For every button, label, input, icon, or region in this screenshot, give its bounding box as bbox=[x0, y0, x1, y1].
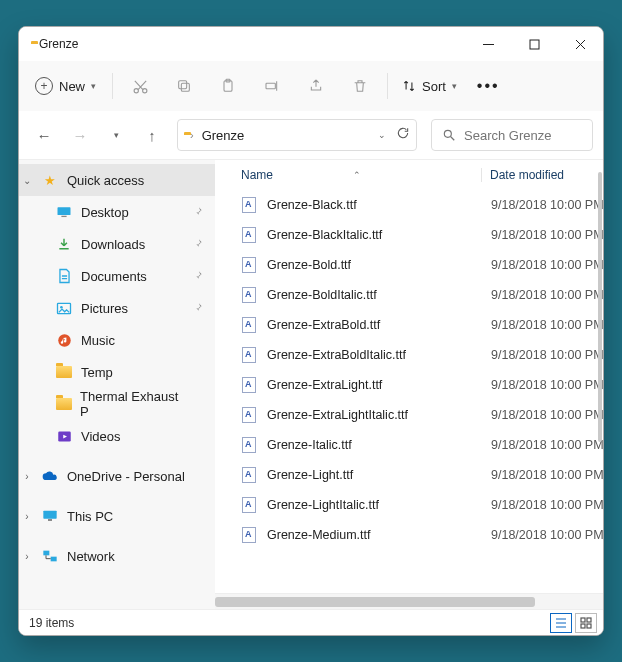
svg-point-12 bbox=[60, 305, 63, 308]
font-file-icon bbox=[241, 527, 257, 543]
file-row[interactable]: Grenze-ExtraBoldItalic.ttf9/18/2018 10:0… bbox=[215, 340, 603, 370]
sidebar-item-label: This PC bbox=[67, 509, 113, 524]
file-row[interactable]: Grenze-ExtraLight.ttf9/18/2018 10:00 PM bbox=[215, 370, 603, 400]
address-bar-actions: ⌄ bbox=[378, 126, 410, 144]
sidebar-item-pinned[interactable]: Temp bbox=[19, 356, 215, 388]
file-row[interactable]: Grenze-ExtraBold.ttf9/18/2018 10:00 PM bbox=[215, 310, 603, 340]
file-row[interactable]: Grenze-Light.ttf9/18/2018 10:00 PM bbox=[215, 460, 603, 490]
font-file-icon bbox=[241, 407, 257, 423]
copy-button[interactable] bbox=[163, 68, 205, 104]
forward-button[interactable]: → bbox=[65, 120, 95, 150]
minimize-button[interactable] bbox=[465, 27, 511, 61]
more-button[interactable]: ••• bbox=[467, 71, 510, 101]
cloud-icon bbox=[41, 467, 59, 485]
search-box[interactable]: Search Grenze bbox=[431, 119, 593, 151]
file-name: Grenze-Medium.ttf bbox=[267, 528, 491, 542]
svg-rect-17 bbox=[43, 551, 49, 556]
close-button[interactable] bbox=[557, 27, 603, 61]
file-date: 9/18/2018 10:00 PM bbox=[491, 498, 603, 512]
sidebar-item-label: Music bbox=[81, 333, 115, 348]
chevron-right-icon[interactable]: › bbox=[21, 551, 33, 562]
file-explorer-window: Grenze + New ▾ Sort ▾ ••• ← → ▾ bbox=[18, 26, 604, 636]
sort-asc-icon: ⌃ bbox=[353, 170, 361, 180]
sidebar-item-pinned[interactable]: Videos bbox=[19, 420, 215, 452]
chevron-right-icon[interactable]: › bbox=[21, 511, 33, 522]
svg-rect-10 bbox=[61, 215, 66, 216]
file-row[interactable]: Grenze-BoldItalic.ttf9/18/2018 10:00 PM bbox=[215, 280, 603, 310]
content-area: ⌄ ★ Quick access DesktopDownloadsDocumen… bbox=[19, 159, 603, 609]
file-row[interactable]: Grenze-Bold.ttf9/18/2018 10:00 PM bbox=[215, 250, 603, 280]
file-row[interactable]: Grenze-Italic.ttf9/18/2018 10:00 PM bbox=[215, 430, 603, 460]
breadcrumb-segment[interactable]: Grenze bbox=[202, 128, 245, 143]
sidebar-item-network[interactable]: › Network bbox=[19, 540, 215, 572]
back-button[interactable]: ← bbox=[29, 120, 59, 150]
desktop-icon bbox=[55, 203, 73, 221]
chevron-down-icon[interactable]: ⌄ bbox=[21, 175, 33, 186]
sidebar-item-pinned[interactable]: Downloads bbox=[19, 228, 215, 260]
chevron-right-icon[interactable]: › bbox=[21, 471, 33, 482]
column-header-date[interactable]: Date modified bbox=[481, 168, 603, 182]
column-headers: Name ⌃ Date modified bbox=[215, 160, 603, 190]
rename-button[interactable] bbox=[251, 68, 293, 104]
share-button[interactable] bbox=[295, 68, 337, 104]
sidebar-item-label: Network bbox=[67, 549, 115, 564]
recent-button[interactable]: ▾ bbox=[101, 120, 131, 150]
icons-view-button[interactable] bbox=[575, 613, 597, 633]
sidebar-item-onedrive[interactable]: › OneDrive - Personal bbox=[19, 460, 215, 492]
column-header-name[interactable]: Name ⌃ bbox=[241, 168, 481, 182]
cut-button[interactable] bbox=[119, 68, 161, 104]
file-list: Grenze-Black.ttf9/18/2018 10:00 PMGrenze… bbox=[215, 190, 603, 593]
download-icon bbox=[55, 235, 73, 253]
chevron-down-icon[interactable]: ⌄ bbox=[378, 130, 386, 140]
sidebar-item-label: Downloads bbox=[81, 237, 145, 252]
pinned-list: DesktopDownloadsDocumentsPicturesMusicTe… bbox=[19, 196, 215, 452]
svg-rect-20 bbox=[587, 618, 591, 622]
sidebar-item-pinned[interactable]: Documents bbox=[19, 260, 215, 292]
sidebar-item-label: Quick access bbox=[67, 173, 144, 188]
sidebar-item-pinned[interactable]: Music bbox=[19, 324, 215, 356]
file-date: 9/18/2018 10:00 PM bbox=[491, 288, 603, 302]
svg-rect-21 bbox=[581, 624, 585, 628]
sidebar-item-this-pc[interactable]: › This PC bbox=[19, 500, 215, 532]
file-name: Grenze-ExtraBold.ttf bbox=[267, 318, 491, 332]
sidebar-item-pinned[interactable]: Pictures bbox=[19, 292, 215, 324]
svg-rect-9 bbox=[58, 207, 71, 215]
up-button[interactable]: ↑ bbox=[137, 120, 167, 150]
sidebar-item-pinned[interactable]: Thermal Exhaust P bbox=[19, 388, 215, 420]
file-name: Grenze-LightItalic.ttf bbox=[267, 498, 491, 512]
new-button-label: New bbox=[59, 79, 85, 94]
new-button[interactable]: + New ▾ bbox=[27, 71, 106, 101]
address-bar[interactable]: › Grenze ⌄ bbox=[177, 119, 417, 151]
delete-button[interactable] bbox=[339, 68, 381, 104]
horizontal-scrollbar[interactable] bbox=[215, 593, 603, 609]
svg-rect-0 bbox=[530, 40, 539, 49]
file-date: 9/18/2018 10:00 PM bbox=[491, 408, 603, 422]
sidebar-item-pinned[interactable]: Desktop bbox=[19, 196, 215, 228]
file-row[interactable]: Grenze-Black.ttf9/18/2018 10:00 PM bbox=[215, 190, 603, 220]
chevron-down-icon: ▾ bbox=[91, 81, 96, 91]
file-row[interactable]: Grenze-LightItalic.ttf9/18/2018 10:00 PM bbox=[215, 490, 603, 520]
sidebar-item-quick-access[interactable]: ⌄ ★ Quick access bbox=[19, 164, 215, 196]
file-row[interactable]: Grenze-Medium.ttf9/18/2018 10:00 PM bbox=[215, 520, 603, 550]
status-bar: 19 items bbox=[19, 609, 603, 635]
sort-icon bbox=[402, 79, 416, 93]
refresh-button[interactable] bbox=[396, 126, 410, 144]
details-view-button[interactable] bbox=[550, 613, 572, 633]
scrollbar-thumb[interactable] bbox=[215, 597, 535, 607]
file-name: Grenze-Bold.ttf bbox=[267, 258, 491, 272]
font-file-icon bbox=[241, 197, 257, 213]
music-icon bbox=[55, 331, 73, 349]
file-name: Grenze-ExtraLightItalic.ttf bbox=[267, 408, 491, 422]
vertical-scrollbar[interactable] bbox=[598, 172, 602, 442]
sidebar-item-label: Thermal Exhaust P bbox=[80, 389, 185, 419]
maximize-button[interactable] bbox=[511, 27, 557, 61]
file-row[interactable]: Grenze-ExtraLightItalic.ttf9/18/2018 10:… bbox=[215, 400, 603, 430]
folder-icon bbox=[55, 395, 72, 413]
plus-icon: + bbox=[35, 77, 53, 95]
svg-rect-18 bbox=[51, 557, 57, 562]
sort-button[interactable]: Sort ▾ bbox=[394, 73, 465, 100]
file-row[interactable]: Grenze-BlackItalic.ttf9/18/2018 10:00 PM bbox=[215, 220, 603, 250]
star-icon: ★ bbox=[41, 171, 59, 189]
sidebar-item-label: Pictures bbox=[81, 301, 128, 316]
paste-button[interactable] bbox=[207, 68, 249, 104]
